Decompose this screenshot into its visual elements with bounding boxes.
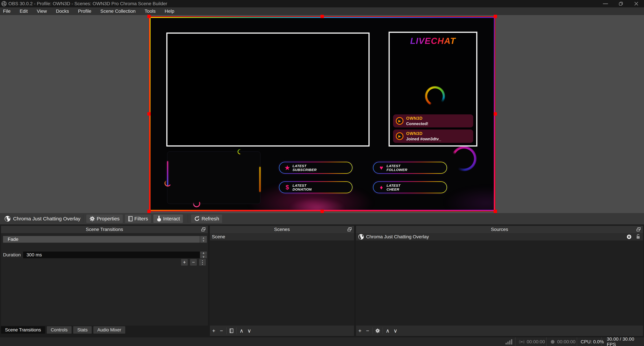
play-badge-icon: ▶ bbox=[396, 132, 404, 140]
menu-tools[interactable]: Tools bbox=[145, 8, 156, 14]
minimize-button[interactable] bbox=[598, 0, 613, 7]
scene-filters-button[interactable] bbox=[228, 327, 235, 335]
scenes-header[interactable]: Scenes bbox=[210, 226, 354, 233]
restore-button[interactable] bbox=[613, 0, 628, 7]
latest-subscriber-banner: ★ LATESTSUBSCRIBER bbox=[279, 162, 352, 174]
scene-transitions-header[interactable]: Scene Transitions bbox=[1, 226, 208, 233]
window-title: OBS 30.0.2 - Profile: OWN3D - Scenes: OW… bbox=[8, 1, 167, 6]
broadcast-icon bbox=[519, 339, 525, 344]
star-icon: ★ bbox=[284, 164, 291, 171]
livechat-panel: LIVECHAT ▶ OWN3D Connected! ▶ OWN3D J bbox=[388, 32, 478, 147]
menu-edit[interactable]: Edit bbox=[20, 8, 28, 14]
chat-message: ▶ OWN3D Joined #own3dtv_ bbox=[393, 129, 473, 143]
scenes-list: Scene bbox=[210, 233, 354, 326]
dock-tab-bar: Scene Transitions Controls Stats Audio M… bbox=[1, 326, 125, 334]
resize-handle-bottom-right[interactable] bbox=[494, 210, 497, 213]
statusbar-separator bbox=[602, 337, 602, 346]
transition-select[interactable]: Fade bbox=[3, 236, 200, 243]
chat-message: ▶ OWN3D Connected! bbox=[393, 114, 473, 127]
stream-timecode: 00:00:00 bbox=[527, 339, 545, 345]
popout-icon[interactable] bbox=[636, 227, 641, 232]
remove-source-button[interactable]: − bbox=[364, 327, 372, 335]
dollar-icon: $ bbox=[284, 184, 291, 191]
dock-title: Scenes bbox=[274, 227, 290, 232]
add-source-button[interactable]: + bbox=[356, 327, 364, 335]
scenes-dock: Scenes Scene bbox=[210, 226, 354, 326]
tab-stats[interactable]: Stats bbox=[73, 326, 92, 334]
menu-view[interactable]: View bbox=[37, 8, 47, 14]
scene-transitions-body: Fade ∧∨ Duration 300 ms ∧ ∨ + − ⋮ bbox=[1, 233, 208, 326]
neon-arc bbox=[238, 149, 243, 154]
resize-handle-top-right[interactable] bbox=[494, 15, 497, 18]
resize-handle-top-center[interactable] bbox=[320, 15, 324, 18]
resize-handle-middle-right[interactable] bbox=[494, 112, 497, 116]
menu-file[interactable]: File bbox=[3, 8, 10, 14]
visibility-eye-icon[interactable] bbox=[626, 234, 632, 240]
source-name: Chroma Just Chatting Overlay bbox=[366, 234, 429, 240]
refresh-icon bbox=[194, 216, 200, 222]
tab-scene-transitions[interactable]: Scene Transitions bbox=[1, 326, 45, 334]
spin-up-icon[interactable]: ∧ bbox=[200, 252, 207, 255]
resize-handle-bottom-center[interactable] bbox=[320, 210, 324, 213]
selected-scene-source[interactable]: LIVECHAT ▶ OWN3D Connected! ▶ OWN3D J bbox=[149, 16, 495, 211]
pink-glow-core bbox=[289, 198, 346, 211]
sources-header[interactable]: Sources bbox=[356, 226, 643, 233]
menu-docks[interactable]: Docks bbox=[56, 8, 69, 14]
filters-button[interactable]: Filters bbox=[125, 215, 151, 223]
refresh-label: Refresh bbox=[202, 216, 219, 222]
tab-audio-mixer[interactable]: Audio Mixer bbox=[93, 326, 126, 334]
lock-open-icon[interactable] bbox=[636, 234, 641, 240]
neon-arc bbox=[164, 180, 171, 187]
scenes-toolbar: + − ∧ ∨ bbox=[210, 326, 354, 336]
add-transition-button[interactable]: + bbox=[181, 259, 188, 266]
resize-handle-bottom-left[interactable] bbox=[147, 210, 151, 213]
source-list-item[interactable]: Chroma Just Chatting Overlay bbox=[356, 233, 643, 241]
scene-list-item[interactable]: Scene bbox=[210, 233, 354, 241]
banner-line1: LATEST bbox=[386, 184, 400, 187]
duration-spinner[interactable]: ∧ ∨ bbox=[200, 252, 207, 258]
minimize-icon bbox=[603, 3, 608, 4]
obs-logo-icon bbox=[1, 1, 7, 6]
chat-username: OWN3D bbox=[406, 131, 441, 136]
browser-source-icon bbox=[358, 234, 364, 240]
remove-transition-button[interactable]: − bbox=[190, 259, 197, 266]
transition-menu-button[interactable]: ⋮ bbox=[199, 259, 206, 266]
banner-line1: LATEST bbox=[386, 164, 400, 168]
duration-label: Duration bbox=[3, 252, 21, 258]
chat-text: Connected! bbox=[406, 121, 428, 126]
scene-name: Scene bbox=[212, 234, 225, 240]
move-source-up-button[interactable]: ∧ bbox=[384, 327, 392, 335]
add-scene-button[interactable]: + bbox=[210, 327, 218, 335]
spin-down-icon[interactable]: ∨ bbox=[200, 255, 207, 258]
tab-controls[interactable]: Controls bbox=[47, 326, 72, 334]
remove-scene-button[interactable]: − bbox=[218, 327, 225, 335]
toolbar-separator bbox=[226, 328, 226, 334]
menu-scene-collection[interactable]: Scene Collection bbox=[100, 8, 136, 14]
resize-handle-top-left[interactable] bbox=[147, 15, 151, 18]
refresh-button[interactable]: Refresh bbox=[191, 215, 222, 223]
close-icon bbox=[634, 1, 638, 6]
popout-icon[interactable] bbox=[201, 227, 206, 232]
menu-help[interactable]: Help bbox=[164, 8, 174, 14]
duration-input[interactable]: 300 ms bbox=[23, 252, 200, 258]
title-bar: OBS 30.0.2 - Profile: OWN3D - Scenes: OW… bbox=[0, 0, 644, 7]
source-properties-button[interactable] bbox=[374, 327, 382, 335]
move-scene-up-button[interactable]: ∧ bbox=[238, 327, 246, 335]
move-scene-down-button[interactable]: ∨ bbox=[246, 327, 253, 335]
move-source-down-button[interactable]: ∨ bbox=[392, 327, 399, 335]
interact-button[interactable]: Interact bbox=[153, 215, 183, 223]
sources-list: Chroma Just Chatting Overlay bbox=[356, 233, 643, 326]
scene-transitions-dock: Scene Transitions Fade ∧∨ Duration 300 m… bbox=[1, 226, 208, 326]
close-button[interactable] bbox=[628, 0, 644, 7]
properties-button[interactable]: Properties bbox=[86, 215, 123, 223]
banner-line2: DONATION bbox=[292, 187, 312, 191]
sources-dock: Sources Chroma Just Chatting Overlay bbox=[356, 226, 643, 326]
gear-icon bbox=[89, 216, 95, 222]
transition-select-arrows[interactable]: ∧∨ bbox=[200, 236, 207, 243]
preview-canvas[interactable]: LIVECHAT ▶ OWN3D Connected! ▶ OWN3D J bbox=[0, 15, 644, 213]
resize-handle-middle-left[interactable] bbox=[147, 112, 151, 116]
menu-profile[interactable]: Profile bbox=[78, 8, 91, 14]
properties-label: Properties bbox=[97, 216, 120, 222]
dock-title: Scene Transitions bbox=[86, 227, 123, 232]
popout-icon[interactable] bbox=[347, 227, 352, 232]
